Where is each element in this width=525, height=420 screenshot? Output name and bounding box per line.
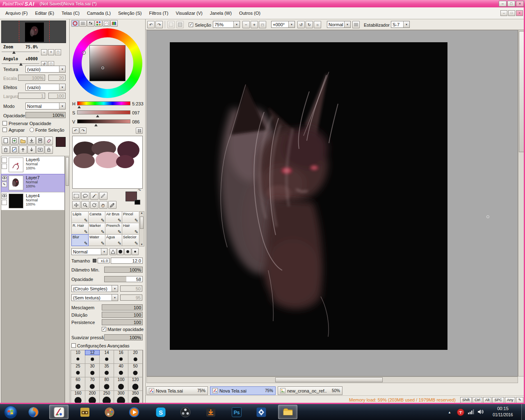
taskbar-downloader[interactable] <box>201 405 220 419</box>
zoom-out-button[interactable]: − <box>41 49 47 55</box>
zoom-reset-button[interactable]: □ <box>55 49 61 55</box>
layer-lock-icon[interactable] <box>45 146 53 154</box>
brush-size-35[interactable]: 35 <box>100 364 114 377</box>
taskbar-explorer[interactable] <box>278 405 297 419</box>
menu-item-5[interactable]: Filtros (T) <box>145 9 172 18</box>
brush-size-30[interactable]: 30 <box>85 364 99 377</box>
brush-preench[interactable]: Preench✎ <box>105 223 122 234</box>
paint-toggle[interactable]: ✎ <box>2 182 7 187</box>
brush-opacidade-slider[interactable]: 58 <box>104 276 143 282</box>
menu-item-2[interactable]: Telas (C) <box>58 9 83 18</box>
rotate-tool[interactable] <box>90 201 98 209</box>
key-alt[interactable]: Alt <box>483 397 492 403</box>
antivirus-tray-icon[interactable] <box>456 408 465 417</box>
undo-button[interactable]: ↶ <box>147 21 155 28</box>
chevron-down-icon[interactable]: ▼ <box>403 21 409 27</box>
taskbar-obs[interactable] <box>176 405 195 419</box>
mixer-tab[interactable] <box>110 20 118 27</box>
brush-tip-large-icon[interactable] <box>117 248 124 255</box>
lasso-tool[interactable] <box>81 192 89 200</box>
brush-size-50[interactable]: 50 <box>128 364 142 377</box>
color-wheel-tab[interactable] <box>71 20 79 27</box>
visibility-toggle[interactable] <box>2 158 7 163</box>
pen-mode-button[interactable]: ✎ <box>516 397 523 403</box>
pen-select-tool[interactable] <box>99 192 107 200</box>
doc-tab[interactable]: Nova Tela.sai75% <box>146 386 208 395</box>
key-ctrl[interactable]: Ctrl <box>472 397 482 403</box>
reset-rotation-button[interactable]: ○ <box>314 21 321 28</box>
fonte-selecao-radio[interactable] <box>30 128 34 132</box>
zoom-in-button[interactable]: + <box>48 49 54 55</box>
layer-thumbnail[interactable] <box>9 176 23 190</box>
chevron-down-icon[interactable]: ▼ <box>288 21 294 27</box>
zoom-slider[interactable] <box>2 50 39 55</box>
brush-blur[interactable]: Blur✎ <box>72 235 88 246</box>
layer-row[interactable]: Layer6Normal100% <box>1 156 64 174</box>
value-slider[interactable] <box>77 119 130 123</box>
doc-tab[interactable]: new_crona_oc_ref...50% <box>278 386 342 395</box>
eyedropper-tool[interactable] <box>108 201 116 209</box>
brush-tip-small-icon[interactable] <box>132 248 139 255</box>
brush-size-10[interactable]: 10 <box>71 350 85 363</box>
layer-row[interactable]: ✎Layer7Normal100% <box>1 174 64 192</box>
rgb-slider-tab[interactable] <box>79 20 87 27</box>
brush-size-14[interactable]: 14 <box>100 350 114 363</box>
brush-size-350[interactable]: 350 <box>128 391 142 404</box>
chevron-down-icon[interactable]: ▼ <box>233 21 240 27</box>
paint-mode-dropdown[interactable]: Normal▼ <box>327 21 351 28</box>
selecao-checkbox[interactable]: ✓ <box>189 23 193 27</box>
brush-size-70[interactable]: 70 <box>85 377 99 390</box>
show-desktop-button[interactable] <box>521 404 525 420</box>
modo-dropdown[interactable]: Normal▼ <box>25 103 66 110</box>
move-layer-up-icon[interactable] <box>19 146 27 154</box>
visibility-toggle[interactable] <box>2 194 7 199</box>
brush-marker[interactable]: Marker✎ <box>89 223 105 234</box>
brush-size-20[interactable]: 20 <box>128 350 142 363</box>
brush-size-160[interactable]: 160 <box>71 391 85 404</box>
layer-scrollbar-thumb[interactable] <box>66 157 69 186</box>
menu-item-3[interactable]: Camada (L) <box>83 9 114 18</box>
scratchpad-tab[interactable] <box>103 20 110 27</box>
brush-size-250[interactable]: 250 <box>100 391 114 404</box>
scratchpad-menu-button[interactable] <box>136 128 143 134</box>
hand-tool[interactable] <box>99 201 107 209</box>
mdi-close-button[interactable]: × <box>516 10 523 16</box>
taskbar-game[interactable] <box>75 405 94 419</box>
zoom-slider-handle[interactable] <box>12 51 16 54</box>
tamanho-mult-box[interactable]: x1.0 <box>98 258 110 263</box>
transfer-down-icon[interactable] <box>27 137 36 145</box>
efeitos-dropdown[interactable]: (vazio)▼ <box>25 84 66 91</box>
minimize-button[interactable]: – <box>499 1 507 7</box>
brush-edge-dropdown[interactable]: (Circulo Simples)▼ <box>71 285 118 292</box>
merge-down-icon[interactable] <box>36 137 44 145</box>
menu-item-7[interactable]: Janela (W) <box>206 9 235 18</box>
brush-r-hair[interactable]: R. Hair✎ <box>72 223 88 234</box>
visibility-toggle[interactable] <box>2 176 7 181</box>
saturation-slider-handle[interactable] <box>96 115 99 117</box>
taskbar-media-player[interactable] <box>124 405 144 419</box>
opacidade-slider[interactable]: 100% <box>25 112 66 118</box>
invert-selection-button[interactable] <box>176 21 184 28</box>
brush-size-200[interactable]: 200 <box>85 391 99 404</box>
brush-scrollbar[interactable]: ▲▼ <box>139 211 144 247</box>
suavizar-slider[interactable]: 100% <box>104 334 143 340</box>
clear-layer-icon[interactable] <box>45 137 53 145</box>
layer-scrollbar[interactable] <box>65 156 70 403</box>
brush-scrollbar-thumb[interactable] <box>140 217 144 229</box>
angle-slider-handle[interactable] <box>19 63 23 66</box>
key-spc[interactable]: SPC <box>492 397 504 403</box>
manter-opacidade-checkbox[interactable]: ✓ <box>102 327 106 331</box>
saturation-slider[interactable] <box>77 110 130 114</box>
horizontal-scrollbar[interactable] <box>146 377 518 383</box>
brush-l-pis[interactable]: Lápis✎ <box>72 212 88 223</box>
tamanho-unit-toggle[interactable] <box>93 259 96 262</box>
mesclagem-slider[interactable]: 100 <box>102 304 143 310</box>
diametro-slider[interactable]: 100% <box>104 267 143 273</box>
horizontal-scrollbar-thumb[interactable] <box>275 377 383 382</box>
redo-button[interactable]: ↷ <box>80 128 87 134</box>
move-tool[interactable] <box>72 201 80 209</box>
brush-caneta[interactable]: Caneta✎ <box>89 212 105 223</box>
mdi-minimize-button[interactable]: – <box>500 10 507 16</box>
taskbar-video-editor[interactable] <box>251 405 271 419</box>
chevron-down-icon[interactable]: ▼ <box>101 249 107 255</box>
